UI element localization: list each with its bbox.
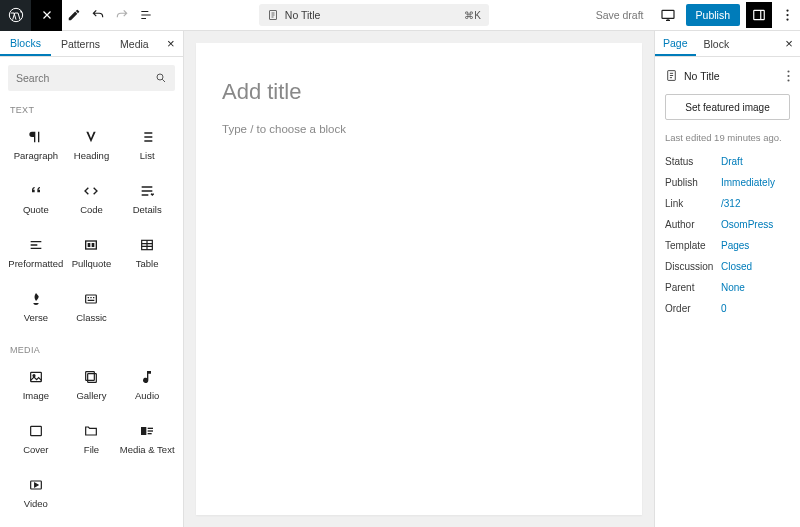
block-item-verse[interactable]: Verse xyxy=(8,281,64,331)
svg-rect-3 xyxy=(754,10,765,19)
meta-row-author: AuthorOsomPress xyxy=(665,214,790,235)
svg-rect-2 xyxy=(662,10,674,18)
wordpress-logo-button[interactable] xyxy=(0,0,31,31)
block-grid-text: ParagraphHeadingListQuoteCodeDetailsPref… xyxy=(8,119,175,331)
block-item-label: Image xyxy=(23,390,49,401)
meta-value-template[interactable]: Pages xyxy=(721,240,749,251)
category-text-label: Text xyxy=(10,105,175,115)
block-item-list[interactable]: List xyxy=(119,119,175,169)
svg-point-5 xyxy=(786,14,788,16)
meta-label-publish: Publish xyxy=(665,177,721,188)
preformatted-icon xyxy=(27,236,45,254)
media-text-icon xyxy=(138,422,156,440)
block-item-classic[interactable]: Classic xyxy=(64,281,120,331)
search-input[interactable] xyxy=(16,72,149,84)
meta-label-discussion: Discussion xyxy=(665,261,721,272)
svg-point-6 xyxy=(786,18,788,20)
editor-main: Blocks Patterns Media × Text ParagraphHe… xyxy=(0,31,800,527)
quote-icon xyxy=(27,182,45,200)
block-item-video[interactable]: Video xyxy=(8,467,64,517)
file-icon xyxy=(82,422,100,440)
svg-rect-14 xyxy=(86,371,95,380)
document-actions-button[interactable] xyxy=(787,70,790,82)
svg-rect-13 xyxy=(88,373,97,382)
meta-row-discussion: DiscussionClosed xyxy=(665,256,790,277)
cover-icon xyxy=(27,422,45,440)
block-item-details[interactable]: Details xyxy=(119,173,175,223)
settings-tabs: Page Block × xyxy=(655,31,800,57)
redo-button[interactable] xyxy=(110,0,134,31)
settings-meta-list: StatusDraftPublishImmediatelyLink/312Aut… xyxy=(665,151,790,319)
svg-rect-18 xyxy=(148,430,153,431)
image-icon xyxy=(27,368,45,386)
block-item-table[interactable]: Table xyxy=(119,227,175,277)
svg-rect-8 xyxy=(86,241,97,249)
meta-row-template: TemplatePages xyxy=(665,235,790,256)
editor-canvas[interactable]: Add title Type / to choose a block xyxy=(196,43,642,515)
meta-value-discussion[interactable]: Closed xyxy=(721,261,752,272)
save-draft-button[interactable]: Save draft xyxy=(590,9,650,21)
block-item-gallery[interactable]: Gallery xyxy=(64,359,120,409)
publish-button[interactable]: Publish xyxy=(686,4,740,26)
block-item-label: File xyxy=(84,444,99,455)
meta-label-parent: Parent xyxy=(665,282,721,293)
block-item-heading[interactable]: Heading xyxy=(64,119,120,169)
block-item-label: Table xyxy=(136,258,159,269)
document-overview-button[interactable] xyxy=(134,0,158,31)
inserter-toggle-button[interactable] xyxy=(31,0,62,31)
meta-value-author[interactable]: OsomPress xyxy=(721,219,773,230)
tab-block[interactable]: Block xyxy=(696,31,738,56)
block-item-paragraph[interactable]: Paragraph xyxy=(8,119,64,169)
preview-button[interactable] xyxy=(656,3,680,27)
block-item-label: Quote xyxy=(23,204,49,215)
tab-page[interactable]: Page xyxy=(655,31,696,56)
inserter-close-button[interactable]: × xyxy=(159,36,183,51)
meta-row-order: Order0 xyxy=(665,298,790,319)
meta-value-status[interactable]: Draft xyxy=(721,156,743,167)
block-item-pullquote[interactable]: Pullquote xyxy=(64,227,120,277)
meta-label-template: Template xyxy=(665,240,721,251)
default-block-appender[interactable]: Type / to choose a block xyxy=(222,123,616,135)
block-item-quote[interactable]: Quote xyxy=(8,173,64,223)
meta-label-author: Author xyxy=(665,219,721,230)
command-shortcut: ⌘K xyxy=(464,10,481,21)
tab-media[interactable]: Media xyxy=(110,31,159,56)
code-icon xyxy=(82,182,100,200)
settings-sidebar-toggle[interactable] xyxy=(746,2,772,28)
meta-row-parent: ParentNone xyxy=(665,277,790,298)
meta-label-order: Order xyxy=(665,303,721,314)
meta-value-parent[interactable]: None xyxy=(721,282,745,293)
meta-row-link: Link/312 xyxy=(665,193,790,214)
edit-tool-button[interactable] xyxy=(62,0,86,31)
svg-point-7 xyxy=(157,74,163,80)
block-item-image[interactable]: Image xyxy=(8,359,64,409)
meta-value-order[interactable]: 0 xyxy=(721,303,727,314)
block-item-label: Paragraph xyxy=(14,150,58,161)
editor-toolbar: No Title ⌘K Save draft Publish xyxy=(0,0,800,31)
options-menu-button[interactable] xyxy=(778,8,796,22)
block-item-cover[interactable]: Cover xyxy=(8,413,64,463)
block-item-preformatted[interactable]: Preformatted xyxy=(8,227,64,277)
set-featured-image-button[interactable]: Set featured image xyxy=(665,94,790,120)
block-item-file[interactable]: File xyxy=(64,413,120,463)
document-title-bar[interactable]: No Title ⌘K xyxy=(259,4,489,26)
settings-close-button[interactable]: × xyxy=(778,36,800,51)
document-title-text: No Title xyxy=(285,9,321,21)
tab-blocks[interactable]: Blocks xyxy=(0,31,51,56)
settings-document-row: No Title xyxy=(665,65,790,86)
inserter-search[interactable] xyxy=(8,65,175,91)
page-icon xyxy=(665,69,678,82)
block-item-media-text[interactable]: Media & Text xyxy=(119,413,175,463)
post-title-input[interactable]: Add title xyxy=(222,79,616,105)
tab-patterns[interactable]: Patterns xyxy=(51,31,110,56)
last-edited-text: Last edited 19 minutes ago. xyxy=(665,132,790,143)
block-item-audio[interactable]: Audio xyxy=(119,359,175,409)
meta-value-publish[interactable]: Immediately xyxy=(721,177,775,188)
block-item-label: Preformatted xyxy=(8,258,63,269)
svg-point-24 xyxy=(787,79,789,81)
list-icon xyxy=(138,128,156,146)
undo-button[interactable] xyxy=(86,0,110,31)
block-item-code[interactable]: Code xyxy=(64,173,120,223)
video-icon xyxy=(27,476,45,494)
meta-value-link[interactable]: /312 xyxy=(721,198,740,209)
